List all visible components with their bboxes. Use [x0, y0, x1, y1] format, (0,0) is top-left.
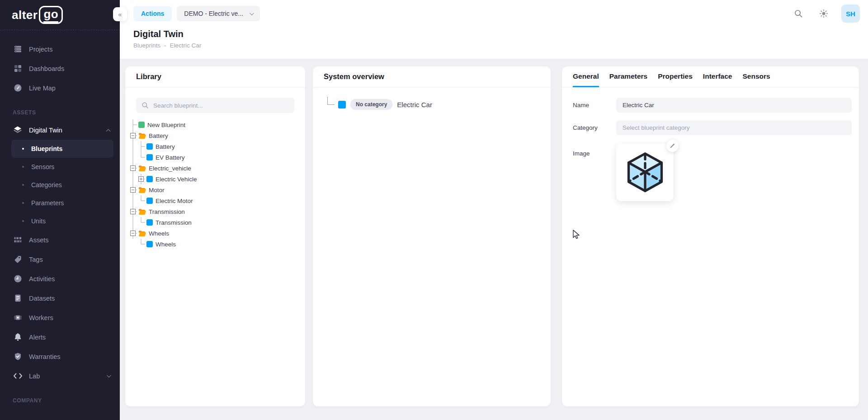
cube-image [623, 151, 667, 194]
image-label: Image [573, 143, 616, 201]
tree-row[interactable]: Battery [129, 130, 305, 141]
blueprint-square-blue [146, 176, 153, 182]
sidebar-item-dashboards[interactable]: Dashboards [0, 59, 120, 78]
search-icon [142, 102, 149, 109]
sidebar-item-projects[interactable]: Projects [0, 39, 120, 59]
pencil-icon [670, 143, 675, 149]
tree-row[interactable]: New Blueprint [129, 119, 305, 130]
sidebar-item-label: Warranties [29, 353, 61, 360]
sidebar-item-assets[interactable]: Assets [0, 230, 120, 250]
clock-icon [13, 274, 23, 283]
breadcrumb-item[interactable]: Blueprints [133, 42, 160, 49]
image-row: Image [573, 143, 852, 201]
sidebar-item-units[interactable]: Units [11, 212, 113, 230]
node-label: Electric Car [397, 101, 432, 109]
sidebar-item-label: Tags [29, 256, 43, 263]
tab-parameters[interactable]: Parameters [609, 66, 647, 87]
compass-icon [13, 84, 23, 93]
sidebar-item-label: Datasets [29, 295, 55, 302]
sidebar-subitem-label: Categories [31, 181, 62, 189]
tree-row[interactable]: Transmission [129, 206, 305, 217]
sidebar-item-sensors[interactable]: Sensors [11, 158, 113, 176]
sidebar-item-activities[interactable]: Activities [0, 269, 120, 288]
scope-selector[interactable]: DEMO - Electric ve... [177, 6, 260, 21]
tree-row[interactable]: Wheels [129, 228, 305, 239]
theme-toggle-button[interactable] [816, 6, 831, 21]
sidebar-item-parameters[interactable]: Parameters [11, 194, 113, 212]
library-title: Library [136, 72, 161, 81]
tree-node-label: Electric_vehicle [149, 165, 191, 172]
tree-node-label: EV Battery [156, 154, 185, 161]
sidebar-subitem-label: Parameters [31, 199, 64, 207]
name-field[interactable] [616, 98, 852, 113]
tree-row[interactable]: Battery [129, 141, 305, 152]
logo-boxed-text: go [43, 7, 58, 23]
tree-row[interactable]: Transmission [129, 217, 305, 228]
tree-row[interactable]: Electric Vehicle [129, 174, 305, 184]
blueprint-square-blue [146, 219, 153, 226]
sidebar-item-label: Projects [29, 46, 52, 53]
tree-row[interactable]: Electric_vehicle [129, 163, 305, 174]
system-overview-panel: System overview No category Electric Car [313, 66, 551, 406]
tab-sensors[interactable]: Sensors [742, 66, 770, 87]
sidebar-item-label: Lab [29, 373, 40, 380]
app-logo[interactable]: alter go [12, 6, 63, 24]
header: Actions DEMO - Electric ve... SH Digital [120, 0, 868, 59]
category-select[interactable] [616, 120, 852, 135]
logo-row: alter go [0, 0, 120, 30]
search-button[interactable] [791, 6, 806, 21]
name-label: Name [573, 98, 616, 113]
blueprint-image-card[interactable] [616, 144, 674, 201]
tab-properties[interactable]: Properties [658, 66, 693, 87]
topbar-right: SH [791, 5, 860, 23]
general-form: Name Category Image [562, 87, 859, 201]
sidebar-item-live-map[interactable]: Live Map [0, 78, 120, 98]
tree-row[interactable]: Electric Motor [129, 195, 305, 206]
sidebar-item-alerts[interactable]: Alerts [0, 327, 120, 347]
code-icon [13, 372, 23, 381]
topbar: Actions DEMO - Electric ve... SH [120, 0, 868, 27]
library-panel-header: Library [125, 66, 305, 87]
sidebar: alter go ProjectsDashboardsLive MapASSET… [0, 0, 120, 420]
shield-check-icon [13, 352, 23, 361]
sidebar-item-datasets[interactable]: Datasets [0, 288, 120, 308]
sidebar-collapse-button[interactable]: « [113, 7, 127, 21]
blueprint-square-icon [338, 101, 346, 109]
tree-row[interactable]: Wheels [129, 239, 305, 250]
tab-general[interactable]: General [573, 66, 599, 87]
sidebar-item-digital-twin[interactable]: Digital Twin [0, 120, 120, 140]
tree-elbow-connector [327, 97, 335, 105]
bell-icon [13, 333, 23, 342]
search-input[interactable] [136, 98, 294, 113]
avatar[interactable]: SH [841, 5, 860, 23]
tree-row[interactable]: Motor [129, 184, 305, 195]
logo-prefix: alter [12, 8, 38, 22]
sidebar-section-assets: ASSETS [0, 105, 120, 120]
sidebar-item-lab[interactable]: Lab [0, 366, 120, 386]
name-row: Name [573, 98, 852, 113]
breadcrumb-item: Electric Car [170, 42, 202, 49]
app-root: alter go ProjectsDashboardsLive MapASSET… [0, 0, 868, 420]
sidebar-item-workers[interactable]: Workers [0, 308, 120, 327]
tab-interface[interactable]: Interface [703, 66, 732, 87]
sidebar-item-tags[interactable]: Tags [0, 250, 120, 269]
document-icon [13, 294, 23, 303]
folder-icon [138, 165, 146, 172]
edit-image-button[interactable] [666, 140, 679, 152]
blueprint-tree: New BlueprintBatteryBatteryEV BatteryEle… [129, 119, 305, 250]
sidebar-item-blueprints[interactable]: Blueprints [11, 140, 113, 158]
chip-icon [13, 313, 23, 322]
system-tree-node[interactable]: No category Electric Car [327, 99, 551, 110]
breadcrumb: Blueprints - Electric Car [133, 42, 868, 49]
title-block: Digital Twin Blueprints - Electric Car [120, 27, 868, 49]
tree-node-label: Electric Motor [156, 198, 193, 204]
tree-row[interactable]: EV Battery [129, 152, 305, 163]
tag-icon [13, 255, 23, 264]
details-panel: GeneralParametersPropertiesInterfaceSens… [562, 66, 859, 406]
system-overview-title: System overview [324, 72, 384, 81]
sidebar-item-warranties[interactable]: Warranties [0, 347, 120, 366]
actions-button[interactable]: Actions [133, 6, 172, 21]
category-row: Category [573, 120, 852, 135]
sidebar-item-categories[interactable]: Categories [11, 176, 113, 194]
tree-node-label: Wheels [149, 230, 169, 237]
